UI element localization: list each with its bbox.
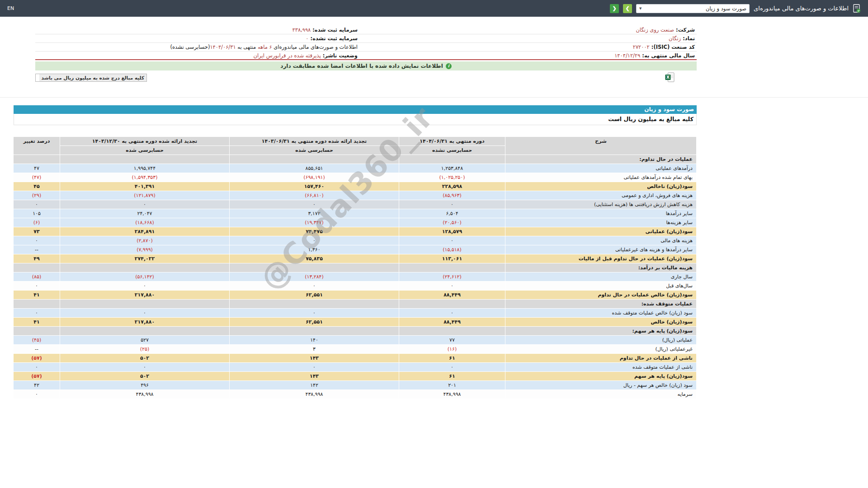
row-value-current: ۸۸,۴۴۹: [399, 318, 505, 327]
row-percent-change: (۵۷): [14, 354, 60, 363]
row-label: عملیات متوقف شده:: [505, 300, 697, 309]
row-label: سود (زیان) خالص هر سهم - ریال: [505, 381, 697, 390]
row-value-restated-mid: ۱۴۳: [230, 372, 399, 381]
statement-row: عملیاتی (ریال)۷۷۱۴۰۵۲۷(۴۵): [14, 336, 697, 345]
row-value-restated-mid: ۷۵,۸۳۵: [230, 254, 399, 263]
company-info-grid: شرکت: صنعت روی زنگانسرمایه ثبت شده: ۴۳۸,…: [35, 26, 697, 60]
subheader-audited-1: حسابرسی شده: [230, 146, 399, 155]
row-percent-change: ۴۹: [14, 254, 60, 263]
row-label: سایر درآمدها و هزینه های غیرعملیاتی: [505, 245, 697, 254]
subheader-unaudited: حسابرسی نشده: [399, 146, 505, 155]
row-value-restated-mid: (۱۳,۲۸۴): [230, 272, 399, 282]
row-value-current: ۲۰۱: [399, 381, 505, 390]
excel-icon: X: [665, 72, 675, 82]
row-percent-change: ۴۲: [14, 381, 60, 390]
row-value-restated-annual: [60, 327, 230, 336]
statement-row: سود (زیان) خالص عملیات متوقف شده۰۰۰۰: [14, 309, 697, 318]
company-info-row: شرکت: صنعت روی زنگانسرمایه ثبت شده: ۴۳۸,…: [35, 26, 697, 34]
row-percent-change: ۱۰۵: [14, 209, 60, 218]
statement-section: صورت سود و زیان کلیه مبالغ به میلیون ریا…: [14, 105, 697, 399]
row-label: سود(زیان) ناخالص: [505, 182, 697, 191]
row-value-current: ۲۲۸,۵۹۸: [399, 182, 505, 191]
row-value-restated-annual: ۲۱۷,۸۸۰: [60, 318, 230, 327]
statement-row: غیرعملیاتی (ریال)(۱۶)۳(۲۵)--: [14, 345, 697, 354]
chevron-down-icon: ▼: [639, 7, 642, 10]
row-label: ناشی از عملیات متوقف شده: [505, 363, 697, 372]
unit-note-box: کلیه مبالغ درج شده به میلیون ریال می باش…: [35, 74, 147, 82]
company-info-cell: سال مالی منتهی به: ۱۴۰۴/۱۲/۲۹: [359, 52, 697, 59]
row-label: هزینه کاهش ارزش دریافتنی ها (هزینه استثن…: [505, 200, 697, 209]
row-percent-change: ۰: [14, 390, 60, 399]
row-label: سال جاری: [505, 272, 697, 282]
page-title: اطلاعات و صورت‌های مالی میاندوره‌ای: [754, 5, 849, 12]
row-value-current: (۱,۰۲۵,۲۵۰): [399, 173, 505, 182]
row-value-restated-annual: ۰: [60, 309, 230, 318]
row-value-restated-annual: (۱۲۱,۸۷۹): [60, 191, 230, 200]
statement-row: ناشی از عملیات در حال تداوم۶۱۱۴۳۵۰۲(۵۷): [14, 354, 697, 363]
statement-row: سایر درآمدها و هزینه های غیرعملیاتی(۱۵,۵…: [14, 245, 697, 254]
language-toggle-en[interactable]: EN: [7, 5, 14, 11]
row-label: سایر هزینه‌ها: [505, 218, 697, 227]
statement-row: سایر درآمدها۶,۵۰۴۳,۱۷۲۲۴,۰۴۷۱۰۵: [14, 209, 697, 218]
statement-section-row: عملیات در حال تداوم:: [14, 155, 697, 164]
company-info-row: نماد: زنگانسرمایه ثبت نشده: ۰: [35, 34, 697, 43]
row-value-restated-annual: ۵۲۷: [60, 336, 230, 345]
table-header: شرح دوره منتهی به ۱۴۰۴/۰۶/۳۱ تجدید ارائه…: [14, 137, 697, 155]
report-type-select[interactable]: صورت سود و زیان ▼: [636, 4, 750, 13]
row-value-restated-annual: ۰: [60, 282, 230, 291]
row-percent-change: ۴۱: [14, 291, 60, 300]
row-value-restated-annual: ۴۹۶: [60, 381, 230, 390]
row-value-current: ۶۱: [399, 372, 505, 381]
prev-report-button[interactable]: ❮: [610, 4, 619, 13]
row-percent-change: [14, 327, 60, 336]
statement-row: سرمایه۴۳۸,۹۹۸۴۳۸,۹۹۸۴۳۸,۹۹۸۰: [14, 390, 697, 399]
row-value-restated-mid: ۱۴۲: [230, 381, 399, 390]
statement-row: هزینه های مالی۰۰(۲,۸۷۰)۰: [14, 236, 697, 245]
subheader-audited-2: حسابرسی شده: [60, 146, 230, 155]
row-label: سود (زیان) خالص عملیات متوقف شده: [505, 309, 697, 318]
row-percent-change: (۴۷): [14, 173, 60, 182]
row-label: غیرعملیاتی (ریال): [505, 345, 697, 354]
row-percent-change: ۰: [14, 236, 60, 245]
excel-export-button[interactable]: X: [665, 72, 675, 82]
row-value-restated-annual: ۲۱۷,۸۸۰: [60, 291, 230, 300]
row-percent-change: ۰: [14, 309, 60, 318]
row-value-restated-annual: [60, 155, 230, 164]
statement-row: سال‌های قبل۰۰۰۰: [14, 282, 697, 291]
table-body: عملیات در حال تداوم:درآمدهای عملیاتی۱,۲۵…: [14, 155, 697, 399]
next-report-button[interactable]: ❯: [623, 4, 632, 13]
row-value-current: ۱۲۸,۵۷۹: [399, 227, 505, 236]
row-label: سایر درآمدها: [505, 209, 697, 218]
column-header-restated-midyear: تجدید ارائه شده دوره منتهی به ۱۴۰۳/۰۶/۳۱: [230, 137, 399, 146]
statement-row: سال جاری(۲۴,۶۱۲)(۱۳,۲۸۴)(۵۶,۱۴۲)(۸۵): [14, 272, 697, 282]
row-value-restated-mid: [230, 155, 399, 164]
row-value-restated-annual: (۱۸,۶۶۸): [60, 218, 230, 227]
statement-row: بهای تمام شده درآمدهای عملیاتی(۱,۰۲۵,۲۵۰…: [14, 173, 697, 182]
row-value-current: [399, 327, 505, 336]
row-value-restated-mid: ۱۴۳: [230, 354, 399, 363]
row-label: درآمدهای عملیاتی: [505, 164, 697, 173]
row-percent-change: (۲۹): [14, 191, 60, 200]
row-value-restated-mid: [230, 327, 399, 336]
statement-row: سود(زیان) پایه هر سهم۶۱۱۴۳۵۰۲(۵۷): [14, 372, 697, 381]
row-label: سود(زیان) خالص عملیات در حال تداوم: [505, 291, 697, 300]
column-header-current-period: دوره منتهی به ۱۴۰۴/۰۶/۳۱: [399, 137, 505, 146]
unit-note-text: کلیه مبالغ درج شده به میلیون ریال می باش…: [39, 74, 146, 81]
company-info-panel: شرکت: صنعت روی زنگانسرمایه ثبت شده: ۴۳۸,…: [35, 26, 697, 60]
row-value-restated-annual: (۱,۵۹۴,۳۵۳): [60, 173, 230, 182]
row-percent-change: (۵۷): [14, 372, 60, 381]
row-label: هزینه مالیات بر درآمد:: [505, 263, 697, 272]
chevron-right-icon: ❯: [625, 5, 629, 11]
row-percent-change: ۴۵: [14, 182, 60, 191]
statement-row: سود(زیان) ناخالص۲۲۸,۵۹۸۱۵۷,۴۶۰۴۰۱,۳۹۱۴۵: [14, 182, 697, 191]
statement-section-row: هزینه مالیات بر درآمد:: [14, 263, 697, 272]
row-value-current: ۰: [399, 236, 505, 245]
row-percent-change: ۰: [14, 200, 60, 209]
company-info-cell: وضعیت ناشر: پذیرفته شده در فرابورس ایران: [35, 52, 359, 59]
company-info-cell: اطلاعات و صورت‌های مالی میاندوره‌ای ۶ ما…: [35, 43, 359, 51]
statement-section-row: سود(زیان) پایه هر سهم:: [14, 327, 697, 336]
column-header-restated-annual: تجدید ارائه شده دوره منتهی به ۱۴۰۳/۱۲/۳۰: [60, 137, 230, 146]
row-value-restated-annual: ۰: [60, 200, 230, 209]
row-value-restated-mid: ۶۲,۵۵۱: [230, 318, 399, 327]
statement-row: هزینه های فروش، اداری و عمومی(۸۵,۹۶۳)(۶۶…: [14, 191, 697, 200]
